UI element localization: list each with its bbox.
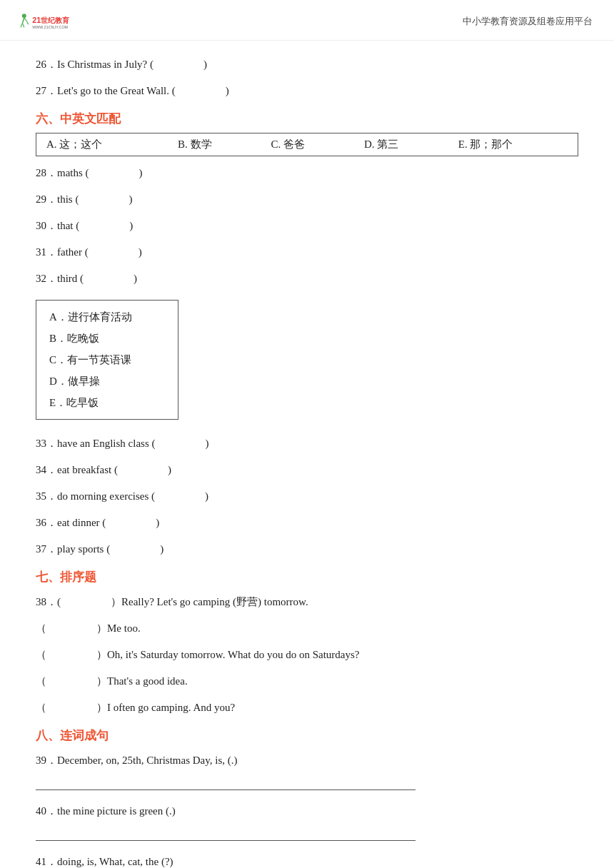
question-30: 30．that ( ) (36, 216, 578, 236)
q32-text: 32．third ( (36, 269, 84, 288)
q26-end: ) (203, 55, 207, 74)
q30-blank (79, 216, 129, 236)
q29-end: ) (129, 190, 132, 209)
q27-text: 27．Let's go to the Great Wall. ( (36, 81, 176, 101)
q32-blank (84, 269, 134, 288)
q34-blank (118, 460, 168, 480)
logo-area: 21 世纪教育 WWW.21CNJY.COM (14, 7, 100, 36)
match-b: B. 数学 (168, 133, 261, 156)
question-27: 27．Let's go to the Great Wall. ( ) (36, 81, 578, 101)
q38d-blank (46, 672, 96, 691)
q38c-blank (46, 645, 96, 665)
q29-blank (79, 190, 129, 209)
svg-line-5 (26, 21, 28, 24)
question-28: 28．maths ( ) (36, 163, 578, 183)
question-37: 37．play sports ( ) (36, 540, 578, 559)
q41-text: 41．doing, is, What, cat, the (?) (36, 852, 173, 868)
q39-answer-line (36, 777, 416, 790)
q30-end: ) (129, 216, 133, 236)
match-e: E. 那；那个 (448, 133, 578, 156)
content-area: 26．Is Christmas in July? ( ) 27．Let's go… (0, 41, 614, 868)
q37-end: ) (160, 540, 163, 559)
q35-end: ) (205, 487, 208, 506)
svg-text:世纪教育: 世纪教育 (41, 16, 69, 24)
q38d-text: （ (36, 672, 46, 691)
opt-b: B．吃晚饭 (49, 328, 165, 349)
q35-text: 35．do morning exercises ( (36, 487, 155, 506)
opt-d: D．做早操 (49, 370, 165, 392)
svg-line-1 (22, 18, 24, 23)
q38-blank (61, 592, 111, 612)
q34-text: 34．eat breakfast ( (36, 460, 118, 480)
q28-blank (89, 163, 139, 183)
question-39: 39．December, on, 25th, Christmas Day, is… (36, 751, 578, 770)
q38e-text: （ (36, 698, 46, 717)
svg-text:21: 21 (32, 16, 41, 24)
q38b-end: ）Me too. (96, 619, 141, 638)
q31-blank (89, 243, 139, 262)
q36-text: 36．eat dinner ( (36, 513, 106, 533)
question-35: 35．do morning exercises ( ) (36, 487, 578, 506)
svg-line-2 (21, 23, 22, 27)
q32-end: ) (134, 269, 137, 288)
match-a: A. 这；这个 (36, 133, 168, 156)
q27-end: ) (226, 81, 229, 101)
question-31: 31．father ( ) (36, 243, 578, 262)
q26-text: 26．Is Christmas in July? ( (36, 55, 154, 74)
question-38e: （ ）I often go camping. And you? (36, 698, 578, 717)
question-32: 32．third ( ) (36, 269, 578, 288)
question-26: 26．Is Christmas in July? ( ) (36, 55, 578, 74)
svg-line-3 (22, 23, 24, 27)
question-36: 36．eat dinner ( ) (36, 513, 578, 533)
q30-text: 30．that ( (36, 216, 79, 236)
svg-text:WWW.21CNJY.COM: WWW.21CNJY.COM (32, 25, 68, 29)
q28-text: 28．maths ( (36, 163, 89, 183)
q37-blank (110, 540, 160, 559)
q39-text: 39．December, on, 25th, Christmas Day, is… (36, 751, 238, 770)
section-8-title: 八、连词成句 (36, 727, 578, 744)
q27-blank (176, 81, 226, 101)
question-38c: （ ）Oh, it's Saturday tomorrow. What do y… (36, 645, 578, 665)
q31-text: 31．father ( (36, 243, 89, 262)
q33-end: ) (205, 434, 208, 453)
q29-text: 29．this ( (36, 190, 79, 209)
matching-table: A. 这；这个 B. 数学 C. 爸爸 D. 第三 E. 那；那个 (36, 133, 578, 156)
svg-point-0 (22, 14, 26, 18)
question-34: 34．eat breakfast ( ) (36, 460, 578, 480)
section-6-title: 六、中英文匹配 (36, 111, 578, 127)
options-box: A．进行体育活动 B．吃晚饭 C．有一节英语课 D．做早操 E．吃早饭 (36, 300, 178, 420)
q28-end: ) (139, 163, 143, 183)
q40-answer-line (36, 828, 416, 841)
q38e-end: ）I often go camping. And you? (96, 698, 235, 717)
page-header: 21 世纪教育 WWW.21CNJY.COM 中小学教育资源及组卷应用平台 (0, 0, 614, 41)
q37-text: 37．play sports ( (36, 540, 110, 559)
site-name: 中小学教育资源及组卷应用平台 (463, 15, 593, 28)
logo: 21 世纪教育 WWW.21CNJY.COM (14, 7, 100, 36)
q34-end: ) (168, 460, 171, 480)
q38-text: 38．( (36, 592, 61, 612)
q31-end: ) (139, 243, 142, 262)
q36-blank (106, 513, 156, 533)
question-40: 40．the mine picture is green (.) (36, 802, 578, 821)
q40-text: 40．the mine picture is green (.) (36, 802, 176, 821)
opt-e: E．吃早饭 (49, 392, 165, 413)
q33-blank (155, 434, 205, 453)
question-38d: （ ）That's a good idea. (36, 672, 578, 691)
q38b-blank (46, 619, 96, 638)
opt-c: C．有一节英语课 (49, 349, 165, 370)
match-c: C. 爸爸 (261, 133, 353, 156)
q36-end: ) (156, 513, 159, 533)
opt-a: A．进行体育活动 (49, 306, 165, 328)
section-7-title: 七、排序题 (36, 569, 578, 585)
q33-text: 33．have an English class ( (36, 434, 155, 453)
q35-blank (155, 487, 205, 506)
question-33: 33．have an English class ( ) (36, 434, 578, 453)
question-41: 41．doing, is, What, cat, the (?) (36, 852, 578, 868)
question-38a: 38．( ）Really? Let's go camping (野营) tomo… (36, 592, 578, 612)
q38-end: ）Really? Let's go camping (野营) tomorrow. (111, 592, 308, 612)
q38d-end: ）That's a good idea. (96, 672, 188, 691)
q38e-blank (46, 698, 96, 717)
q26-blank (154, 55, 203, 74)
svg-line-4 (24, 18, 27, 21)
q38b-text: （ (36, 619, 46, 638)
